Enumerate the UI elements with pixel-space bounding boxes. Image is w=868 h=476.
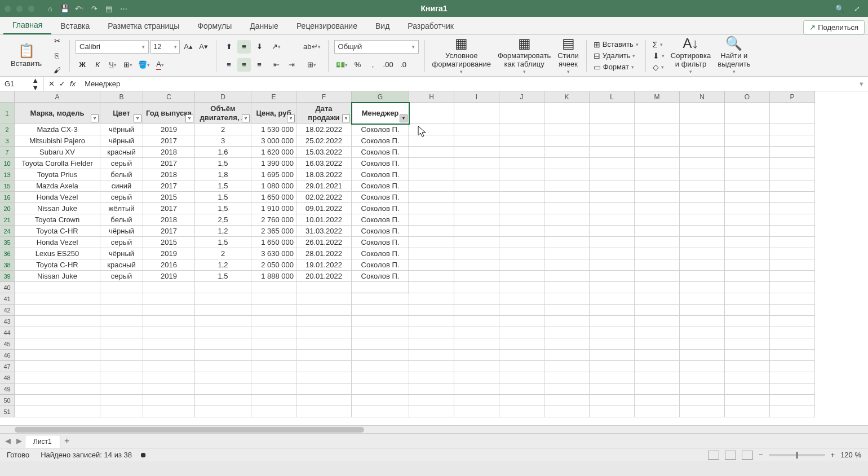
cell[interactable] xyxy=(352,350,409,361)
row-header[interactable]: 48 xyxy=(0,372,15,384)
cell[interactable] xyxy=(544,169,590,180)
cell[interactable]: Соколов П. xyxy=(352,259,409,271)
font-color-button[interactable]: А▾ xyxy=(153,58,167,72)
cell[interactable]: Mazda Axela xyxy=(15,180,100,192)
cell[interactable]: чёрный xyxy=(100,248,143,259)
row-header[interactable]: 36 xyxy=(0,248,15,259)
format-cells-button[interactable]: ▭Формат▾ xyxy=(592,62,640,72)
cell[interactable] xyxy=(296,406,352,417)
accept-formula-icon[interactable]: ✓ xyxy=(59,80,65,88)
cell[interactable]: Цена, руб▿ xyxy=(251,103,296,124)
cell[interactable] xyxy=(251,316,296,327)
cell[interactable] xyxy=(590,293,635,305)
cell[interactable]: Год выпуска▿ xyxy=(143,103,195,124)
zoom-slider[interactable] xyxy=(769,454,825,456)
paste-button[interactable]: 📋 Вставить xyxy=(9,43,43,68)
share-button[interactable]: ↗ Поделиться xyxy=(803,20,865,34)
filter-button[interactable]: ▿ xyxy=(134,114,141,122)
comma-button[interactable]: , xyxy=(366,58,380,72)
cell[interactable] xyxy=(770,338,815,350)
cell[interactable] xyxy=(680,180,725,192)
cell[interactable] xyxy=(544,226,590,237)
cell[interactable] xyxy=(15,305,100,316)
cell[interactable] xyxy=(590,282,635,293)
sheet-nav-prev[interactable]: ◀ xyxy=(2,435,14,447)
cell[interactable] xyxy=(499,237,544,248)
filter-button[interactable]: ▾ xyxy=(400,114,408,122)
row-header[interactable]: 51 xyxy=(0,406,15,417)
cell[interactable] xyxy=(195,372,251,384)
cell[interactable] xyxy=(352,282,409,293)
cell[interactable] xyxy=(100,406,143,417)
cell[interactable] xyxy=(499,169,544,180)
cell[interactable] xyxy=(680,327,725,338)
cell[interactable]: Объём двигателя, л▿ xyxy=(195,103,251,124)
cell[interactable]: 2019 xyxy=(143,271,195,282)
cell[interactable] xyxy=(454,214,499,226)
row-header[interactable]: 24 xyxy=(0,226,15,237)
cell[interactable]: Mazda CX-3 xyxy=(15,124,100,135)
cell[interactable] xyxy=(352,384,409,395)
normal-view-button[interactable] xyxy=(708,451,719,460)
cell[interactable] xyxy=(296,327,352,338)
filter-button[interactable]: ▿ xyxy=(91,114,99,122)
column-header-E[interactable]: E xyxy=(251,91,296,103)
increase-decimal-button[interactable]: .00 xyxy=(382,58,395,72)
cell[interactable] xyxy=(15,361,100,372)
cell[interactable] xyxy=(590,158,635,169)
cell[interactable] xyxy=(680,350,725,361)
cell[interactable]: Соколов П. xyxy=(352,237,409,248)
row-header[interactable]: 43 xyxy=(0,316,15,327)
row-header[interactable]: 1 xyxy=(0,103,15,124)
cell[interactable] xyxy=(725,180,770,192)
cell[interactable]: Соколов П. xyxy=(352,271,409,282)
cell[interactable] xyxy=(680,237,725,248)
cell[interactable] xyxy=(454,361,499,372)
cell[interactable]: 2018 xyxy=(143,147,195,158)
cell[interactable] xyxy=(680,192,725,203)
cell[interactable] xyxy=(590,316,635,327)
cell[interactable]: Mitsubishi Pajero xyxy=(15,135,100,147)
cell[interactable] xyxy=(454,248,499,259)
cell[interactable] xyxy=(352,395,409,406)
cell[interactable] xyxy=(143,305,195,316)
cell[interactable]: 1,2 xyxy=(195,259,251,271)
filter-button[interactable]: ▿ xyxy=(287,114,295,122)
cell[interactable] xyxy=(544,282,590,293)
cell[interactable] xyxy=(352,406,409,417)
cell[interactable] xyxy=(725,350,770,361)
cell[interactable] xyxy=(680,103,725,124)
cell[interactable] xyxy=(143,361,195,372)
cell[interactable] xyxy=(635,395,680,406)
cell[interactable] xyxy=(143,350,195,361)
cell[interactable]: 2015 xyxy=(143,237,195,248)
cell[interactable] xyxy=(635,203,680,214)
column-header-I[interactable]: I xyxy=(454,91,499,103)
cell[interactable]: Соколов П. xyxy=(352,203,409,214)
increase-indent-button[interactable]: ⇥ xyxy=(285,58,298,72)
window-close-button[interactable] xyxy=(5,6,11,12)
cell[interactable] xyxy=(680,305,725,316)
cell[interactable]: 2 760 000 xyxy=(251,214,296,226)
cell[interactable]: Toyota Crown xyxy=(15,214,100,226)
cell[interactable]: 10.01.2022 xyxy=(296,214,352,226)
cell[interactable]: 1,5 xyxy=(195,158,251,169)
cell[interactable] xyxy=(409,147,454,158)
cell[interactable] xyxy=(499,282,544,293)
row-header[interactable]: 46 xyxy=(0,350,15,361)
cell[interactable] xyxy=(499,350,544,361)
cell[interactable]: 29.01.2021 xyxy=(296,180,352,192)
cell[interactable] xyxy=(635,169,680,180)
percent-button[interactable]: % xyxy=(351,58,365,72)
align-middle-button[interactable]: ≡ xyxy=(237,40,251,54)
cell[interactable] xyxy=(454,316,499,327)
row-header[interactable]: 20 xyxy=(0,203,15,214)
cell[interactable]: 1,5 xyxy=(195,192,251,203)
cell[interactable] xyxy=(499,384,544,395)
cell[interactable] xyxy=(454,259,499,271)
cell[interactable]: 1,8 xyxy=(195,169,251,180)
cell[interactable] xyxy=(680,124,725,135)
cell[interactable]: 20.01.2022 xyxy=(296,271,352,282)
cell[interactable] xyxy=(770,271,815,282)
cell[interactable]: Марка, модель▿ xyxy=(15,103,100,124)
